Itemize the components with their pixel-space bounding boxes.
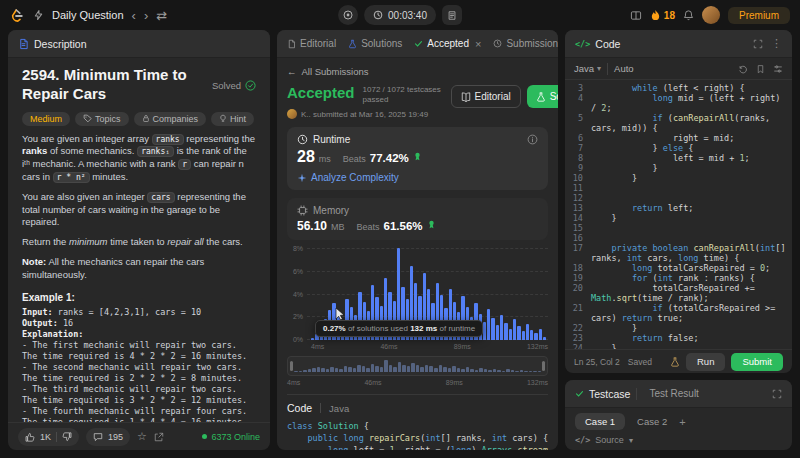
- daily-streak[interactable]: 18: [650, 9, 675, 21]
- chart-bar[interactable]: [533, 371, 537, 373]
- expand-icon[interactable]: [772, 389, 782, 399]
- chart-brush[interactable]: [287, 356, 548, 376]
- notes-button[interactable]: [442, 5, 462, 25]
- chart-bar[interactable]: [500, 315, 503, 340]
- editor-line[interactable]: 18 long totalCarsRepaired = 0;: [565, 263, 792, 273]
- chart-bar[interactable]: [497, 370, 501, 372]
- companies-badge[interactable]: Companies: [134, 112, 207, 126]
- chart-bar[interactable]: [496, 325, 499, 340]
- tab-test-result[interactable]: Test Result: [643, 388, 704, 399]
- chart-bar[interactable]: [294, 371, 298, 372]
- favorite-star-icon[interactable]: ☆: [137, 430, 147, 443]
- editor-line[interactable]: 17 private boolean canRepairAll(int[] ra…: [565, 243, 792, 263]
- tab-description[interactable]: Description: [18, 38, 87, 50]
- editor-line[interactable]: 6 right = mid;: [565, 133, 792, 143]
- chart-bar[interactable]: [524, 371, 528, 372]
- more-icon[interactable]: ⋮: [771, 37, 782, 50]
- case-1-tab[interactable]: Case 1: [575, 413, 625, 430]
- user-avatar[interactable]: [702, 6, 720, 24]
- chart-bar[interactable]: [389, 365, 393, 372]
- chart-bar[interactable]: [530, 330, 533, 340]
- chart-bar[interactable]: [439, 365, 443, 372]
- chart-bar[interactable]: [526, 324, 529, 340]
- close-tab-icon[interactable]: ×: [475, 38, 481, 50]
- tab-testcase[interactable]: Testcase: [575, 388, 630, 400]
- editor-line[interactable]: 21 if (totalCarsRepaired >= cars) return…: [565, 303, 792, 323]
- bookmark-icon[interactable]: [756, 64, 765, 74]
- editorial-button[interactable]: Editorial: [451, 85, 521, 108]
- chart-bar[interactable]: [429, 366, 433, 372]
- info-icon[interactable]: [527, 134, 538, 145]
- code-editor[interactable]: 3 while (left < right) {4 long mid = (le…: [565, 80, 792, 349]
- chart-bar[interactable]: [517, 326, 520, 340]
- description-content[interactable]: 2594. Minimum Time to Repair Cars Solved…: [8, 58, 270, 422]
- editor-line[interactable]: 7 } else {: [565, 143, 792, 153]
- hint-badge[interactable]: Hint: [211, 112, 254, 126]
- chart-bar[interactable]: [534, 333, 537, 340]
- chart-bar[interactable]: [308, 369, 312, 372]
- record-button[interactable]: [338, 5, 358, 25]
- editor-line[interactable]: 15: [565, 223, 792, 233]
- solution-button[interactable]: Solution: [527, 85, 558, 108]
- bell-icon[interactable]: [683, 9, 694, 21]
- editor-line[interactable]: 22 }: [565, 323, 792, 333]
- chart-bar[interactable]: [457, 368, 461, 372]
- chart-bar[interactable]: [321, 368, 325, 372]
- chart-bar[interactable]: [488, 370, 492, 372]
- add-case-button[interactable]: +: [679, 416, 685, 428]
- next-question-button[interactable]: ›: [144, 9, 148, 22]
- chart-bar[interactable]: [348, 367, 352, 372]
- like-controls[interactable]: 1K: [18, 428, 79, 446]
- session-timer[interactable]: 00:03:40: [364, 5, 436, 25]
- share-icon[interactable]: [154, 432, 164, 442]
- chart-bar[interactable]: [303, 370, 307, 372]
- tab-solutions[interactable]: Solutions: [342, 38, 408, 49]
- premium-button[interactable]: Premium: [728, 7, 790, 24]
- all-submissions-link[interactable]: ← All Submissions: [287, 66, 548, 77]
- chart-bar[interactable]: [362, 366, 366, 372]
- difficulty-badge[interactable]: Medium: [22, 112, 70, 126]
- chart-bar[interactable]: [411, 363, 415, 372]
- editor-line[interactable]: 19 for (int rank : ranks) {: [565, 273, 792, 283]
- chart-bar[interactable]: [475, 370, 479, 372]
- chart-bar[interactable]: [366, 368, 370, 373]
- chart-bar[interactable]: [504, 323, 507, 340]
- chart-bar[interactable]: [317, 367, 321, 372]
- chart-bar[interactable]: [443, 367, 447, 372]
- chart-bar[interactable]: [371, 364, 375, 372]
- chart-bar[interactable]: [311, 338, 314, 340]
- tab-code[interactable]: </> Code: [575, 38, 620, 50]
- chart-bar[interactable]: [380, 367, 384, 372]
- chart-bar[interactable]: [483, 322, 486, 340]
- chart-bar[interactable]: [312, 368, 316, 372]
- editor-line[interactable]: 5 if (canRepairAll(ranks, cars, mid)) {: [565, 113, 792, 133]
- chart-bar[interactable]: [529, 371, 533, 372]
- testcase-source-row[interactable]: </> Source ▾: [565, 435, 792, 445]
- editor-line[interactable]: 10 }: [565, 173, 792, 183]
- chart-bar[interactable]: [407, 366, 411, 372]
- chart-bar[interactable]: [425, 365, 429, 373]
- case-2-tab[interactable]: Case 2: [633, 413, 671, 430]
- chart-bar[interactable]: [398, 362, 402, 372]
- editor-line[interactable]: 16: [565, 233, 792, 243]
- chart-bar[interactable]: [375, 366, 379, 372]
- chart-bar[interactable]: [393, 367, 397, 372]
- submission-code[interactable]: class Solution { public long repairCars(…: [287, 420, 548, 450]
- topics-badge[interactable]: Topics: [75, 112, 129, 126]
- runtime-card[interactable]: Runtime 28 ms Beats 77.42% Analyze Compl…: [287, 127, 548, 190]
- chart-bar[interactable]: [513, 319, 516, 340]
- daily-question-label[interactable]: Daily Question: [52, 9, 124, 21]
- chart-bar[interactable]: [353, 368, 357, 372]
- analyze-complexity-link[interactable]: Analyze Complexity: [297, 172, 538, 183]
- chart-bar[interactable]: [420, 367, 424, 372]
- chart-bar[interactable]: [491, 318, 494, 340]
- chart-bar[interactable]: [416, 365, 420, 372]
- chart-bar[interactable]: [470, 369, 474, 372]
- layout-icon[interactable]: [630, 10, 642, 21]
- expand-icon[interactable]: [753, 39, 763, 49]
- chart-bar[interactable]: [344, 366, 348, 372]
- settings-icon[interactable]: [773, 64, 783, 74]
- editor-line[interactable]: 20 totalCarsRepaired += Math.sqrt(time /…: [565, 283, 792, 303]
- chart-bar[interactable]: [502, 371, 506, 373]
- chart-bar[interactable]: [326, 369, 330, 372]
